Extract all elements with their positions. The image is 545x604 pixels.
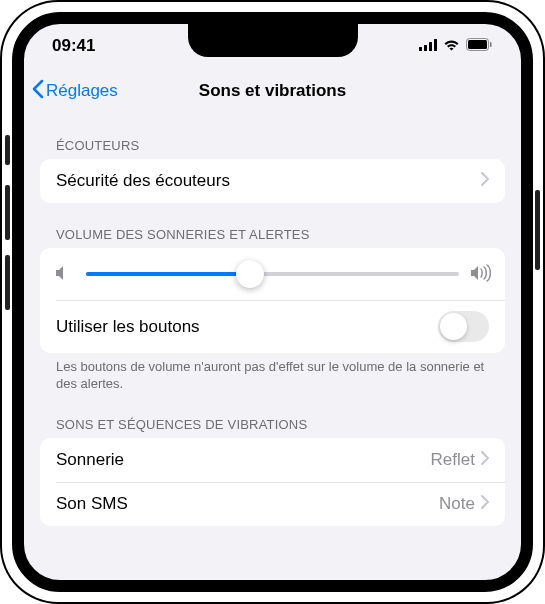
notch xyxy=(188,23,358,57)
battery-icon xyxy=(466,36,493,56)
volume-high-icon xyxy=(469,264,491,284)
toggle-knob xyxy=(440,313,467,340)
device-frame: 09:41 Réglages Sons et vibr xyxy=(0,0,545,604)
row-headphone-safety[interactable]: Sécurité des écouteurs xyxy=(40,159,505,203)
section-header-headphones: ÉCOUTEURS xyxy=(40,114,505,159)
section-header-volume: VOLUME DES SONNERIES ET ALERTES xyxy=(40,203,505,248)
cellular-icon xyxy=(419,36,437,56)
svg-rect-0 xyxy=(419,47,422,51)
row-value: Note xyxy=(439,494,475,514)
group-volume: Utiliser les boutons xyxy=(40,248,505,353)
chevron-right-icon xyxy=(481,451,489,469)
section-header-sounds: SONS ET SÉQUENCES DE VIBRATIONS xyxy=(40,393,505,438)
back-label: Réglages xyxy=(46,81,118,101)
back-button[interactable]: Réglages xyxy=(32,79,118,103)
chevron-left-icon xyxy=(32,79,44,103)
slider-fill xyxy=(86,272,250,276)
slider-thumb[interactable] xyxy=(236,260,264,288)
volume-low-icon xyxy=(54,264,76,284)
status-time: 09:41 xyxy=(52,36,95,56)
group-sounds: Sonnerie Reflet Son SMS Note xyxy=(40,438,505,526)
physical-volume-down xyxy=(5,255,10,310)
page-title: Sons et vibrations xyxy=(199,81,346,101)
svg-rect-6 xyxy=(490,42,492,47)
row-change-with-buttons: Utiliser les boutons xyxy=(40,300,505,353)
chevron-right-icon xyxy=(481,495,489,513)
svg-rect-5 xyxy=(468,40,487,49)
svg-rect-2 xyxy=(429,42,432,51)
row-label: Utiliser les boutons xyxy=(56,317,438,337)
volume-slider[interactable] xyxy=(86,272,459,276)
row-label: Son SMS xyxy=(56,494,439,514)
group-headphones: Sécurité des écouteurs xyxy=(40,159,505,203)
row-ringtone[interactable]: Sonnerie Reflet xyxy=(40,438,505,482)
wifi-icon xyxy=(443,36,460,56)
navigation-bar: Réglages Sons et vibrations xyxy=(24,68,521,114)
row-label: Sonnerie xyxy=(56,450,431,470)
settings-content[interactable]: ÉCOUTEURS Sécurité des écouteurs VOLUME … xyxy=(24,114,521,526)
row-text-tone[interactable]: Son SMS Note xyxy=(40,482,505,526)
row-value: Reflet xyxy=(431,450,475,470)
screen: 09:41 Réglages Sons et vibr xyxy=(12,12,533,592)
row-label: Sécurité des écouteurs xyxy=(56,171,481,191)
svg-rect-3 xyxy=(434,39,437,51)
physical-volume-up xyxy=(5,185,10,240)
change-with-buttons-toggle[interactable] xyxy=(438,311,489,342)
section-footer-volume: Les boutons de volume n'auront pas d'eff… xyxy=(40,353,505,393)
physical-power-button xyxy=(535,190,540,270)
row-ringer-volume xyxy=(40,248,505,300)
physical-silent-switch xyxy=(5,135,10,165)
svg-rect-1 xyxy=(424,45,427,51)
chevron-right-icon xyxy=(481,172,489,190)
